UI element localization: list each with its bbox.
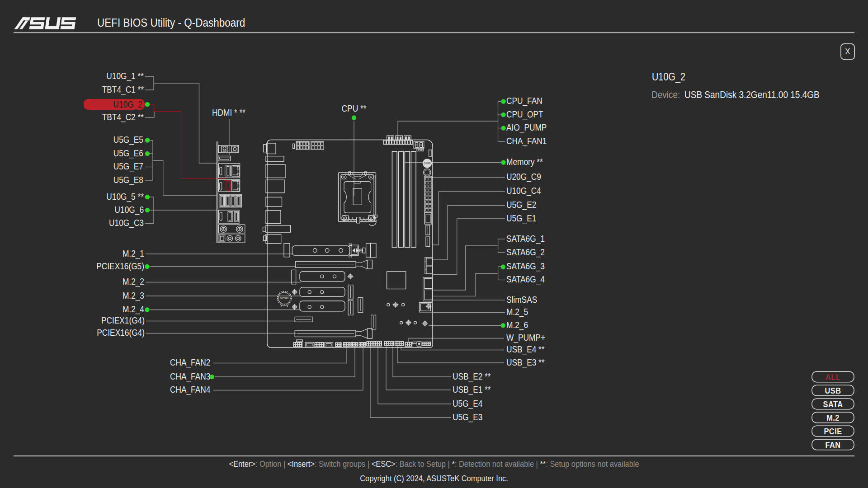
svg-text:USB_E3 **: USB_E3 **	[506, 357, 545, 368]
svg-text:SATA6G_3: SATA6G_3	[506, 261, 545, 272]
svg-text:U5G_E7: U5G_E7	[113, 161, 143, 172]
svg-text:U10G_C3: U10G_C3	[109, 218, 144, 229]
svg-text:U10G_1 **: U10G_1 **	[106, 70, 144, 81]
svg-text:CPU_OPT: CPU_OPT	[506, 109, 543, 120]
svg-text:CHA_FAN4: CHA_FAN4	[170, 385, 210, 395]
svg-text:SATA6G_4: SATA6G_4	[506, 274, 545, 285]
svg-text:U10G_2: U10G_2	[652, 71, 685, 83]
svg-text:CHA_FAN3: CHA_FAN3	[170, 371, 210, 382]
svg-text:M.2_6: M.2_6	[506, 320, 528, 331]
svg-text:<Enter>: Option | <Insert>:: <Enter>: Option | <Insert>: Switch group…	[229, 459, 639, 469]
svg-text:U20G_C9: U20G_C9	[506, 172, 541, 183]
svg-text:PCIEX16(G5): PCIEX16(G5)	[96, 261, 144, 271]
svg-text:HDMI * **: HDMI * **	[212, 108, 245, 117]
svg-text:Device:: Device:	[651, 89, 680, 100]
svg-text:Q-LED: Q-LED	[424, 162, 431, 164]
svg-text:U10G_5 **: U10G_5 **	[106, 191, 144, 202]
svg-text:M.2_2: M.2_2	[123, 277, 144, 287]
svg-text:M.2: M.2	[826, 413, 840, 422]
svg-text:U5G_E8: U5G_E8	[113, 174, 143, 185]
svg-text:M.2_4: M.2_4	[123, 304, 144, 315]
svg-text:M.2_1: M.2_1	[123, 248, 144, 259]
svg-text:SlimSAS: SlimSAS	[506, 295, 537, 305]
svg-text:M.2_3: M.2_3	[123, 290, 144, 301]
svg-text:SATA6G_2: SATA6G_2	[506, 247, 545, 258]
svg-text:USB_E4 **: USB_E4 **	[506, 344, 545, 355]
svg-text:CHA_FAN1: CHA_FAN1	[506, 136, 547, 147]
svg-text:X: X	[845, 46, 850, 56]
svg-text:Copyright (C) 2024, ASUSTeK Co: Copyright (C) 2024, ASUSTeK Computer Inc…	[360, 474, 508, 483]
svg-text:U10G_2: U10G_2	[113, 99, 142, 110]
svg-text:BATTERY: BATTERY	[280, 297, 289, 300]
svg-text:PCIEX16(G4): PCIEX16(G4)	[97, 328, 145, 338]
svg-text:USB_E2 **: USB_E2 **	[453, 371, 491, 382]
svg-text:AIO_PUMP: AIO_PUMP	[506, 122, 547, 133]
svg-text:USB SanDisk 3.2Gen11.00 15.4GB: USB SanDisk 3.2Gen11.00 15.4GB	[684, 89, 820, 100]
svg-text:U5G_E3: U5G_E3	[453, 412, 482, 422]
svg-text:USB_E1 **: USB_E1 **	[453, 384, 491, 395]
svg-text:CPU_FAN: CPU_FAN	[506, 96, 542, 107]
svg-text:ALL: ALL	[826, 372, 840, 381]
svg-text:W_PUMP+: W_PUMP+	[506, 333, 545, 343]
svg-text:PCIE: PCIE	[824, 426, 842, 436]
svg-text:Memory **: Memory **	[506, 157, 543, 167]
svg-text:U5G_E4: U5G_E4	[453, 398, 482, 409]
svg-text:TBT4_C2 **: TBT4_C2 **	[102, 112, 144, 122]
svg-text:CHA_FAN2: CHA_FAN2	[170, 357, 210, 368]
svg-text:FAN: FAN	[825, 440, 840, 449]
svg-text:SATA: SATA	[823, 399, 843, 408]
svg-text:U10G_C4: U10G_C4	[506, 186, 541, 197]
svg-text:UEFI BIOS Utility - Q-Dashboar: UEFI BIOS Utility - Q-Dashboard	[97, 16, 245, 29]
svg-text:PCIEX1(G4): PCIEX1(G4)	[101, 315, 145, 325]
svg-text:U10G_6: U10G_6	[115, 204, 144, 215]
svg-text:M.2_5: M.2_5	[506, 307, 528, 318]
svg-text:U5G_E5: U5G_E5	[113, 135, 143, 145]
svg-text:U5G_E2: U5G_E2	[506, 200, 536, 211]
svg-text:U5G_E1: U5G_E1	[506, 213, 536, 224]
svg-text:U5G_E6: U5G_E6	[113, 148, 143, 159]
svg-text:USB: USB	[825, 385, 841, 395]
svg-text:SATA6G_1: SATA6G_1	[506, 233, 545, 244]
svg-text:CPU **: CPU **	[342, 103, 367, 113]
svg-text:TBT4_C1 **: TBT4_C1 **	[102, 84, 144, 95]
